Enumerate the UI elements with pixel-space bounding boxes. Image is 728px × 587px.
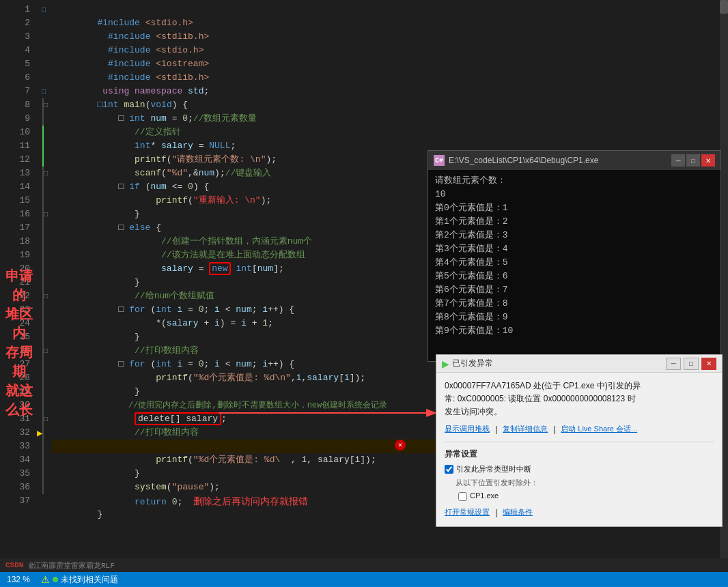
- console-line-2: 第2个元素值是：3: [435, 229, 714, 242]
- bottom-bar: CSDN @江南霹雳堂雷家霸龙RLF: [0, 558, 728, 572]
- error-section: 异常设置 引发此异常类型时中断 从以下位置引发时除外： CP1.exe: [445, 442, 714, 502]
- error-bottom-links: 打开常规设置 | 编辑条件: [445, 506, 714, 519]
- console-line-0: 第0个元素值是：1: [435, 201, 714, 215]
- checkbox-cp1-label: CP1.exe: [470, 490, 499, 502]
- status-bar: 132 % ⚠ 未找到相关问题: [0, 572, 728, 587]
- arrow-svg: [212, 403, 444, 423]
- warning-icon: ⚠: [41, 574, 50, 585]
- error-link-callstack[interactable]: 显示调用堆栈: [445, 423, 490, 436]
- error-minimize-btn[interactable]: ─: [666, 358, 681, 370]
- checkbox-row-1: 引发此异常类型时中断: [445, 463, 714, 476]
- console-window: C# E:\VS_codeList\CP1\x64\Debug\CP1.exe …: [428, 150, 721, 362]
- console-line-4: 第4个元素值是：5: [435, 256, 714, 270]
- checkbox-break-on-exception[interactable]: [445, 465, 453, 474]
- code-line-5: #include <stdlib.h>: [52, 57, 720, 71]
- warning-text: 未找到相关问题: [61, 574, 118, 586]
- console-title: E:\VS_codeList\CP1\x64\Debug\CP1.exe: [449, 156, 667, 165]
- error-links: 显示调用堆栈 | 复制详细信息 | 启动 Live Share 会话...: [445, 423, 714, 436]
- status-dot: [53, 577, 58, 582]
- warning-status: ⚠ 未找到相关问题: [41, 574, 118, 586]
- console-line-6: 第6个元素值是：7: [435, 283, 714, 297]
- console-line-9: 第9个元素值是：10: [435, 324, 714, 338]
- error-maxrestore-btn[interactable]: □: [684, 358, 699, 370]
- play-icon: ▶: [442, 358, 449, 369]
- console-line-8: 第8个元素值是：9: [435, 311, 714, 324]
- error-section-title: 异常设置: [445, 448, 714, 461]
- code-line-1: #include <stdio.h>: [52, 3, 720, 16]
- error-link-general[interactable]: 打开常规设置: [445, 506, 490, 519]
- code-line-6: using namespace std;: [52, 71, 720, 85]
- error-title-text: 已引发异常: [452, 358, 663, 369]
- code-line-9: //定义指针: [52, 112, 720, 126]
- csdn-logo: CSDN: [5, 561, 23, 569]
- error-link-edit-condition[interactable]: 编辑条件: [503, 506, 533, 519]
- error-titlebar: ▶ 已引发异常 ─ □ ✕: [436, 355, 722, 373]
- console-line-prompt: 请数组元素个数：: [435, 174, 714, 188]
- bottom-author: @江南霹雳堂雷家霸龙RLF: [29, 560, 114, 571]
- error-dialog: ▶ 已引发异常 ─ □ ✕ 0x00007FF7AA7165AD 处(位于 CP…: [436, 354, 723, 527]
- error-link-liveshare[interactable]: 启动 Live Share 会话...: [561, 423, 637, 436]
- error-body-line2: 常: 0xC0000005: 读取位置 0x0000000000008123 时: [445, 392, 714, 405]
- console-line-1: 第1个元素值是：2: [435, 215, 714, 229]
- gutter: □ □ □ □ □ □: [36, 0, 52, 560]
- console-line-5: 第5个元素值是：6: [435, 270, 714, 283]
- console-body: 请数组元素个数： 10 第0个元素值是：1 第1个元素值是：2 第2个元素值是：…: [428, 170, 720, 342]
- subtext: 从以下位置引发时除外：: [456, 477, 714, 489]
- error-link-copy[interactable]: 复制详细信息: [503, 423, 548, 436]
- code-line-7: □int main(void) {: [52, 85, 720, 98]
- code-line-3: #include <stdio.h>: [52, 30, 720, 44]
- console-minimize-btn[interactable]: ─: [671, 154, 685, 167]
- console-titlebar: C# E:\VS_codeList\CP1\x64\Debug\CP1.exe …: [428, 151, 720, 170]
- console-line-3: 第3个元素值是：4: [435, 242, 714, 256]
- zoom-level: 132 %: [7, 575, 30, 584]
- error-body: 0x00007FF7AA7165AD 处(位于 CP1.exe 中)引发的异 常…: [436, 373, 722, 526]
- console-line-7: 第7个元素值是：8: [435, 297, 714, 311]
- error-body-line3: 发生访问冲突。: [445, 405, 714, 418]
- checkbox-row-2: CP1.exe: [458, 490, 714, 502]
- error-body-line1: 0x00007FF7AA7165AD 处(位于 CP1.exe 中)引发的异: [445, 380, 714, 392]
- console-icon: C#: [434, 155, 445, 166]
- code-line-8: □ int num = 0;//数组元素数量: [52, 98, 720, 112]
- console-line-input: 10: [435, 188, 714, 201]
- zoom-status: 132 %: [7, 575, 30, 584]
- left-annotation: 申请的堆区内存周期就这么长: [1, 266, 37, 419]
- checkbox-break-label: 引发此异常类型时中断: [456, 463, 531, 476]
- code-line-2: #include <stdlib.h>: [52, 16, 720, 30]
- checkbox-cp1[interactable]: [458, 492, 467, 501]
- console-restore-btn[interactable]: □: [686, 154, 700, 167]
- error-close-btn[interactable]: ✕: [701, 358, 716, 370]
- editor-container: 申请的堆区内存周期就这么长 12345 678910 1112131415 16…: [0, 0, 728, 560]
- code-line-4: #include <iostream>: [52, 44, 720, 57]
- code-line-10: int* salary = NULL;: [52, 126, 720, 139]
- console-close-btn[interactable]: ✕: [701, 154, 715, 167]
